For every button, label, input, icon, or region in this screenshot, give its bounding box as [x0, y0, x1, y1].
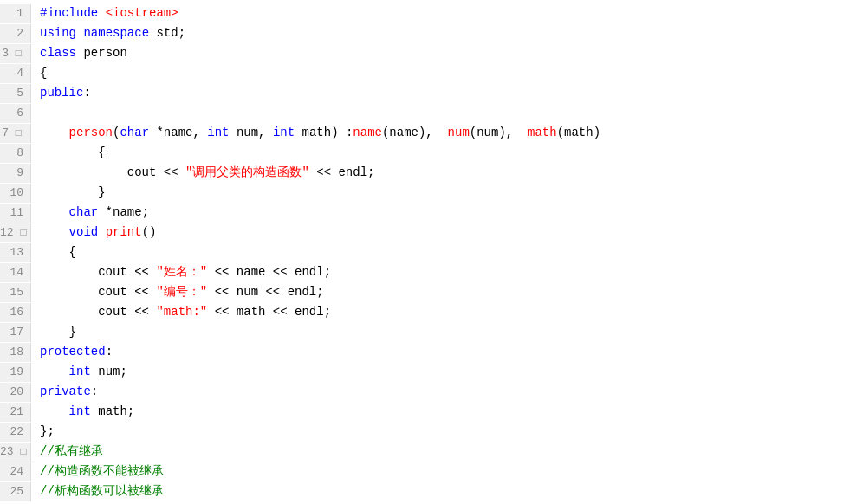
token: int	[273, 126, 295, 139]
token	[40, 365, 69, 378]
token: }	[40, 325, 76, 339]
code-line: 14 cout << "姓名：" << name << endl;	[0, 262, 843, 282]
token: num;	[91, 365, 127, 378]
code-line: 4{	[0, 63, 843, 83]
token: void	[69, 225, 99, 239]
code-content: #include <iostream>	[38, 3, 843, 23]
line-number: 18	[0, 343, 31, 362]
token: char	[120, 126, 149, 139]
token: name	[353, 126, 382, 139]
line-number: 13	[0, 243, 31, 262]
code-line: 8 {	[0, 143, 843, 163]
code-line: 20private:	[0, 382, 843, 402]
code-line: 11 char *name;	[0, 203, 843, 223]
line-number: 16	[0, 303, 31, 322]
line-number: 20	[0, 383, 31, 402]
fold-marker[interactable]: □	[16, 48, 22, 60]
code-content: int math;	[38, 402, 843, 421]
token: (math)	[557, 126, 600, 139]
code-content: private:	[38, 382, 843, 401]
token: (name),	[382, 126, 448, 139]
fold-marker[interactable]: □	[20, 446, 26, 458]
token: *name,	[149, 126, 207, 139]
token: :	[106, 345, 113, 359]
token: ()	[142, 225, 157, 239]
line-number: 12 □	[0, 223, 31, 242]
token: :	[91, 384, 98, 398]
code-line: 7 □ person(char *name, int num, int math…	[0, 123, 843, 143]
token: *name;	[98, 205, 149, 219]
token: //构造函数不能被继承	[40, 464, 164, 478]
token: << math << endl;	[207, 305, 331, 319]
token: char	[69, 205, 99, 219]
code-line: 19 int num;	[0, 362, 843, 382]
token: using	[40, 26, 83, 40]
line-number: 21	[0, 403, 31, 422]
fold-marker[interactable]: □	[16, 127, 22, 139]
token: << name << endl;	[207, 265, 331, 279]
code-content: void print()	[38, 223, 843, 242]
token: #include	[40, 6, 106, 20]
code-line: 10 }	[0, 183, 843, 203]
line-number: 1	[0, 4, 31, 23]
line-number: 2	[0, 24, 31, 43]
code-content: person(char *name, int num, int math) :n…	[38, 123, 843, 142]
code-line: 1#include <iostream>	[0, 3, 843, 23]
code-line: 2using namespace std;	[0, 23, 843, 43]
token: };	[40, 424, 55, 438]
code-content: }	[38, 183, 843, 202]
token: "调用父类的构造函数"	[185, 165, 309, 179]
token: //析构函数可以被继承	[40, 484, 164, 498]
token	[98, 225, 105, 239]
code-line: 13 {	[0, 242, 843, 262]
token: //私有继承	[40, 444, 103, 458]
token: "math:"	[156, 305, 207, 319]
token: std;	[156, 26, 185, 40]
code-line: 22};	[0, 422, 843, 442]
token: "姓名："	[156, 265, 207, 279]
token: class	[40, 46, 83, 60]
token: int	[69, 404, 91, 418]
code-line: 15 cout << "编号：" << num << endl;	[0, 282, 843, 302]
code-content: //私有继承	[38, 442, 843, 461]
code-content: cout << "调用父类的构造函数" << endl;	[38, 163, 843, 182]
token	[40, 205, 69, 219]
line-number: 11	[0, 204, 31, 223]
code-content: using namespace std;	[38, 23, 843, 42]
line-number: 3 □	[0, 44, 31, 63]
token: {	[40, 66, 47, 80]
line-number: 8	[0, 144, 31, 163]
fold-marker[interactable]: □	[20, 227, 26, 239]
token: person	[83, 46, 126, 60]
code-line: 21 int math;	[0, 402, 843, 422]
token: "编号："	[156, 285, 207, 299]
token: {	[40, 245, 76, 259]
token: int	[207, 126, 229, 139]
line-number: 9	[0, 164, 31, 183]
code-content: cout << "math:" << math << endl;	[38, 302, 843, 321]
token: cout <<	[40, 265, 156, 279]
token: num	[448, 126, 470, 139]
code-line: 16 cout << "math:" << math << endl;	[0, 302, 843, 322]
code-content: cout << "编号：" << num << endl;	[38, 282, 843, 301]
token	[40, 126, 69, 139]
token: << num << endl;	[207, 285, 323, 299]
token: print	[106, 225, 142, 239]
code-content: class person	[38, 43, 843, 62]
line-number: 4	[0, 64, 31, 83]
token: cout <<	[40, 165, 185, 179]
line-number: 5	[0, 84, 31, 103]
token: cout <<	[40, 285, 156, 299]
code-content: //构造函数不能被继承	[38, 462, 843, 481]
code-content: protected:	[38, 342, 843, 361]
token: public	[40, 86, 83, 100]
code-line: 5public:	[0, 83, 843, 103]
code-content: //析构函数可以被继承	[38, 481, 843, 501]
line-number: 24	[0, 462, 31, 481]
token: :	[83, 86, 90, 100]
token: cout <<	[40, 305, 156, 319]
code-line: 24//构造函数不能被继承	[0, 462, 843, 481]
token: <iostream>	[106, 6, 178, 20]
token: math) :	[295, 126, 353, 139]
code-line: 12 □ void print()	[0, 223, 843, 242]
